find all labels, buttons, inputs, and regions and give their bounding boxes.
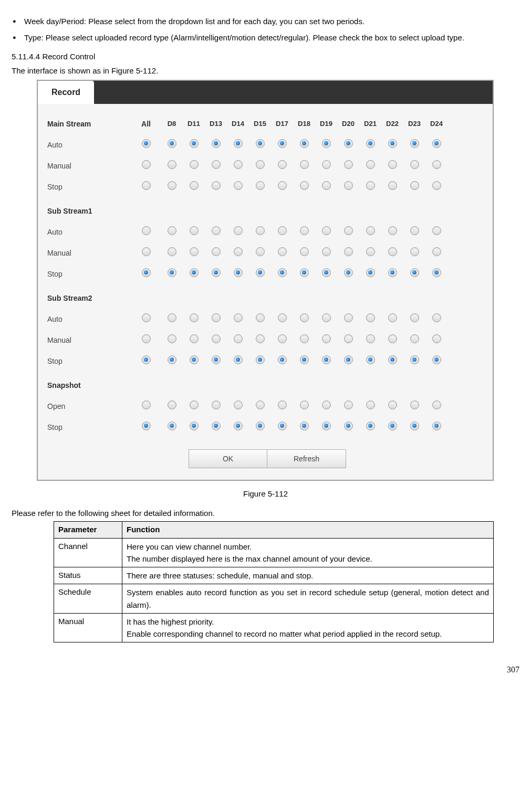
radio-button[interactable]: [212, 355, 221, 364]
radio-button[interactable]: [322, 334, 331, 343]
radio-button[interactable]: [168, 355, 176, 364]
radio-button[interactable]: [278, 181, 287, 190]
radio-button[interactable]: [432, 247, 441, 256]
radio-button[interactable]: [388, 160, 397, 169]
radio-button[interactable]: [388, 334, 397, 343]
radio-button[interactable]: [190, 400, 199, 409]
radio-button[interactable]: [190, 181, 199, 190]
radio-button[interactable]: [256, 247, 265, 256]
radio-button[interactable]: [142, 226, 151, 235]
radio-button[interactable]: [388, 181, 397, 190]
radio-button[interactable]: [322, 160, 331, 169]
radio-button[interactable]: [388, 139, 397, 148]
radio-button[interactable]: [344, 313, 353, 322]
radio-button[interactable]: [212, 139, 221, 148]
radio-button[interactable]: [410, 181, 419, 190]
radio-button[interactable]: [366, 268, 375, 277]
radio-button[interactable]: [278, 355, 287, 364]
radio-button[interactable]: [322, 226, 331, 235]
radio-button[interactable]: [410, 268, 419, 277]
radio-button[interactable]: [168, 181, 176, 190]
radio-button[interactable]: [300, 268, 309, 277]
radio-button[interactable]: [278, 247, 287, 256]
radio-button[interactable]: [212, 313, 221, 322]
radio-button[interactable]: [432, 334, 441, 343]
radio-button[interactable]: [410, 334, 419, 343]
radio-button[interactable]: [256, 181, 265, 190]
radio-button[interactable]: [322, 268, 331, 277]
radio-button[interactable]: [432, 355, 441, 364]
radio-button[interactable]: [190, 268, 199, 277]
radio-button[interactable]: [300, 400, 309, 409]
radio-button[interactable]: [168, 160, 176, 169]
radio-button[interactable]: [190, 313, 199, 322]
radio-button[interactable]: [410, 400, 419, 409]
radio-button[interactable]: [234, 313, 243, 322]
radio-button[interactable]: [300, 160, 309, 169]
radio-button[interactable]: [388, 355, 397, 364]
radio-button[interactable]: [300, 247, 309, 256]
radio-button[interactable]: [142, 181, 151, 190]
radio-button[interactable]: [344, 334, 353, 343]
radio-button[interactable]: [212, 421, 221, 430]
radio-button[interactable]: [366, 226, 375, 235]
radio-button[interactable]: [322, 421, 331, 430]
radio-button[interactable]: [410, 160, 419, 169]
radio-button[interactable]: [190, 160, 199, 169]
radio-button[interactable]: [190, 421, 199, 430]
radio-button[interactable]: [234, 421, 243, 430]
radio-button[interactable]: [256, 139, 265, 148]
radio-button[interactable]: [366, 355, 375, 364]
radio-button[interactable]: [300, 355, 309, 364]
radio-button[interactable]: [278, 421, 287, 430]
radio-button[interactable]: [234, 400, 243, 409]
radio-button[interactable]: [212, 160, 221, 169]
radio-button[interactable]: [388, 421, 397, 430]
radio-button[interactable]: [432, 268, 441, 277]
radio-button[interactable]: [142, 400, 151, 409]
radio-button[interactable]: [278, 400, 287, 409]
radio-button[interactable]: [344, 400, 353, 409]
radio-button[interactable]: [190, 226, 199, 235]
radio-button[interactable]: [256, 421, 265, 430]
radio-button[interactable]: [344, 181, 353, 190]
radio-button[interactable]: [322, 139, 331, 148]
radio-button[interactable]: [300, 181, 309, 190]
radio-button[interactable]: [256, 334, 265, 343]
radio-button[interactable]: [190, 334, 199, 343]
radio-button[interactable]: [344, 139, 353, 148]
radio-button[interactable]: [322, 355, 331, 364]
radio-button[interactable]: [168, 313, 176, 322]
radio-button[interactable]: [366, 334, 375, 343]
radio-button[interactable]: [234, 139, 243, 148]
radio-button[interactable]: [300, 139, 309, 148]
radio-button[interactable]: [278, 160, 287, 169]
radio-button[interactable]: [300, 421, 309, 430]
radio-button[interactable]: [256, 400, 265, 409]
radio-button[interactable]: [212, 247, 221, 256]
radio-button[interactable]: [432, 139, 441, 148]
radio-button[interactable]: [432, 421, 441, 430]
radio-button[interactable]: [432, 160, 441, 169]
radio-button[interactable]: [322, 400, 331, 409]
radio-button[interactable]: [300, 313, 309, 322]
radio-button[interactable]: [212, 268, 221, 277]
radio-button[interactable]: [278, 139, 287, 148]
ok-button[interactable]: OK: [189, 449, 267, 468]
refresh-button[interactable]: Refresh: [267, 449, 346, 468]
tab-record[interactable]: Record: [38, 81, 94, 104]
radio-button[interactable]: [344, 421, 353, 430]
radio-button[interactable]: [366, 400, 375, 409]
radio-button[interactable]: [278, 226, 287, 235]
radio-button[interactable]: [344, 226, 353, 235]
radio-button[interactable]: [388, 313, 397, 322]
radio-button[interactable]: [388, 226, 397, 235]
radio-button[interactable]: [322, 181, 331, 190]
radio-button[interactable]: [410, 247, 419, 256]
radio-button[interactable]: [212, 181, 221, 190]
radio-button[interactable]: [142, 313, 151, 322]
radio-button[interactable]: [142, 334, 151, 343]
radio-button[interactable]: [300, 226, 309, 235]
radio-button[interactable]: [234, 160, 243, 169]
radio-button[interactable]: [234, 334, 243, 343]
